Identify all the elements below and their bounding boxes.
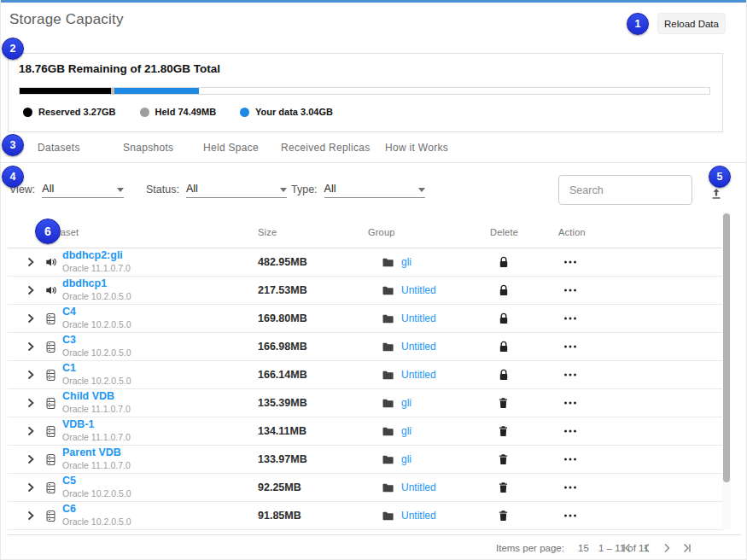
- more-options-icon: [563, 372, 577, 377]
- group-link[interactable]: Untitled: [401, 284, 436, 296]
- row-actions-menu[interactable]: [558, 457, 723, 462]
- expand-chevron-icon[interactable]: [26, 482, 45, 493]
- export-icon[interactable]: [709, 186, 724, 201]
- folder-icon: [382, 370, 394, 381]
- expand-chevron-icon[interactable]: [26, 454, 45, 464]
- column-header-size: Size: [258, 227, 277, 237]
- dataset-name-link[interactable]: Parent VDB: [62, 447, 258, 459]
- folder-icon: [382, 285, 394, 296]
- group-link[interactable]: Untitled: [401, 481, 436, 493]
- storage-capacity-page: Storage Capacity Reload Data 18.76GB Rem…: [0, 0, 747, 560]
- folder-icon: [382, 482, 394, 493]
- group-link[interactable]: gli: [401, 425, 411, 437]
- tab-snapshots[interactable]: Snapshots: [123, 142, 173, 154]
- row-actions-menu[interactable]: [558, 400, 723, 405]
- legend-item-your-data: Your data 3.04GB: [240, 107, 333, 117]
- trash-icon[interactable]: [499, 397, 558, 409]
- scrollbar-thumb[interactable]: [723, 213, 730, 482]
- status-filter-select[interactable]: Status: All: [146, 183, 287, 198]
- trash-icon[interactable]: [499, 425, 558, 437]
- first-page-icon[interactable]: [621, 541, 634, 555]
- tab-how-it-works[interactable]: How it Works: [385, 142, 448, 154]
- dataset-size: 134.11MB: [258, 425, 376, 437]
- dataset-name-link[interactable]: dbdhcp2:gli: [62, 250, 258, 262]
- trash-icon[interactable]: [499, 510, 558, 522]
- bar-segment-reserved: [20, 88, 111, 94]
- folder-icon: [382, 313, 394, 324]
- lock-icon[interactable]: [499, 369, 558, 381]
- tab-received-replicas[interactable]: Received Replicas: [281, 142, 370, 154]
- next-page-icon[interactable]: [660, 541, 674, 555]
- dataset-name-link[interactable]: VDB-1: [62, 419, 258, 431]
- table-row: C5 Oracle 10.2.0.5.0 92.25MB Untitled: [8, 474, 723, 502]
- reserved-dot-icon: [23, 108, 32, 117]
- trash-icon[interactable]: [499, 453, 558, 465]
- row-actions-menu[interactable]: [558, 485, 723, 490]
- row-actions-menu[interactable]: [558, 372, 723, 377]
- legend-label: Held: [155, 107, 176, 117]
- status-filter-label: Status:: [146, 184, 179, 198]
- table-row: dbdhcp1 Oracle 10.2.0.5.0 217.53MB Untit…: [8, 277, 723, 305]
- expand-chevron-icon[interactable]: [26, 510, 45, 521]
- dataset-subtitle: Oracle 11.1.0.7.0: [62, 461, 258, 471]
- reload-data-button[interactable]: Reload Data: [657, 13, 726, 34]
- dataset-subtitle: Oracle 10.2.0.5.0: [62, 517, 258, 528]
- vdb-icon: [45, 369, 56, 382]
- column-header-delete: Delete: [490, 227, 518, 237]
- view-filter-value: All: [42, 183, 54, 195]
- view-filter-select[interactable]: View: All: [9, 183, 124, 198]
- capacity-heading: 18.76GB Remaining of 21.80GB Total: [19, 62, 220, 75]
- legend-label: Your data: [255, 107, 298, 117]
- dataset-name-link[interactable]: C4: [62, 306, 258, 318]
- group-link[interactable]: Untitled: [401, 341, 436, 353]
- dataset-name-link[interactable]: C3: [62, 335, 258, 347]
- lock-icon[interactable]: [499, 312, 558, 324]
- group-link[interactable]: gli: [401, 397, 411, 409]
- lock-icon[interactable]: [499, 341, 558, 353]
- dataset-name-link[interactable]: C1: [62, 363, 258, 375]
- expand-chevron-icon[interactable]: [26, 398, 45, 408]
- table-row: Child VDB Oracle 11.1.0.7.0 135.39MB gli: [8, 389, 723, 417]
- type-filter-select[interactable]: Type: All: [291, 183, 425, 198]
- expand-chevron-icon[interactable]: [26, 341, 45, 352]
- more-options-icon: [563, 429, 577, 434]
- dataset-name-link[interactable]: C5: [62, 475, 258, 487]
- dataset-name-link[interactable]: Child VDB: [62, 391, 258, 403]
- row-actions-menu[interactable]: [558, 316, 723, 321]
- last-page-icon[interactable]: [680, 541, 693, 555]
- type-filter-value: All: [324, 183, 336, 195]
- trash-icon[interactable]: [499, 481, 558, 493]
- step-annotation-3: 3: [2, 134, 24, 156]
- group-link[interactable]: Untitled: [401, 312, 436, 324]
- search-input[interactable]: [558, 175, 692, 205]
- table-row: Parent VDB Oracle 11.1.0.7.0 133.97MB gl…: [8, 446, 723, 474]
- expand-chevron-icon[interactable]: [26, 370, 45, 380]
- group-link[interactable]: gli: [401, 256, 411, 268]
- row-actions-menu[interactable]: [558, 429, 723, 434]
- expand-chevron-icon[interactable]: [26, 313, 45, 324]
- items-per-page-value[interactable]: 15: [578, 543, 589, 553]
- lock-icon[interactable]: [499, 284, 558, 296]
- lock-icon[interactable]: [499, 256, 558, 268]
- row-actions-menu[interactable]: [558, 288, 723, 293]
- row-actions-menu[interactable]: [558, 260, 723, 265]
- expand-chevron-icon[interactable]: [26, 257, 45, 267]
- step-annotation-2: 2: [2, 38, 24, 60]
- dataset-name-link[interactable]: dbdhcp1: [62, 278, 258, 290]
- group-link[interactable]: Untitled: [401, 510, 436, 522]
- dsource-icon: [45, 256, 57, 268]
- table-header: Dataset Size Group Delete Action: [8, 216, 723, 248]
- tab-datasets[interactable]: Datasets: [38, 142, 80, 154]
- row-actions-menu[interactable]: [558, 344, 723, 349]
- dataset-name-link[interactable]: C6: [62, 504, 258, 516]
- row-actions-menu[interactable]: [558, 513, 723, 518]
- dataset-size: 482.95MB: [258, 256, 376, 268]
- previous-page-icon[interactable]: [640, 541, 654, 555]
- dataset-subtitle: Oracle 10.2.0.5.0: [62, 320, 258, 330]
- expand-chevron-icon[interactable]: [26, 426, 45, 436]
- group-link[interactable]: Untitled: [401, 369, 436, 381]
- group-link[interactable]: gli: [401, 453, 411, 465]
- expand-chevron-icon[interactable]: [26, 285, 45, 295]
- tab-held-space[interactable]: Held Space: [203, 142, 259, 154]
- legend-value: 3.27GB: [84, 107, 116, 117]
